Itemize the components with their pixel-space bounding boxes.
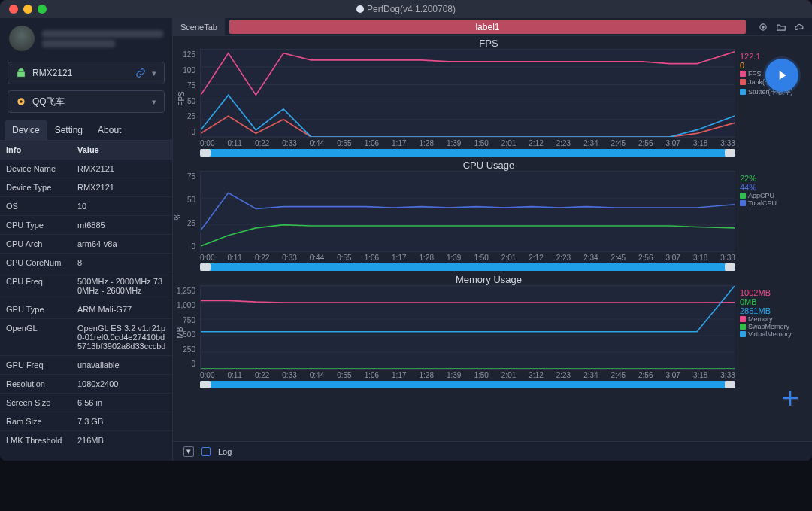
info-value: 7.3 GB (71, 412, 172, 430)
table-row: CPU Freq500MHz - 2000MHz 730MHz - 2600MH… (0, 272, 172, 300)
info-key: Screen Size (0, 394, 71, 412)
info-key: Ram Size (0, 412, 71, 430)
info-key: GPU Freq (0, 356, 71, 374)
memory-chart: Memory Usage MB 1,2501,0007505002500 100… (173, 274, 804, 391)
app-selector[interactable]: QQ飞车 ▾ (8, 90, 165, 113)
svg-point-1 (20, 100, 23, 103)
cpu-yaxis: 7550250 (173, 171, 200, 252)
mem-ylabel: MB (176, 327, 184, 339)
swap-val: 0MB (740, 297, 801, 306)
fps-xaxis: 0:000:110:220:330:440:551:061:171:281:39… (200, 138, 735, 149)
device-selector[interactable]: RMX2121 ▾ (8, 62, 165, 84)
info-key: OS (0, 197, 71, 215)
usersub-blur (42, 40, 115, 47)
info-key: LMK Threshold (0, 431, 71, 449)
table-row: Resolution1080x2400 (0, 374, 172, 393)
info-key: Device Type (0, 178, 71, 196)
mem-val: 1002MB (740, 288, 801, 297)
info-key: GPU Type (0, 300, 71, 318)
avatar[interactable] (9, 26, 35, 51)
info-value: RMX2121 (71, 178, 172, 196)
chevron-down-icon: ▾ (152, 97, 156, 107)
table-row: OpenGLOpenGL ES 3.2 v1.r21p0-01rel0.0cd4… (0, 318, 172, 355)
cpu-time-scroll[interactable] (200, 263, 735, 271)
mem-title: Memory Usage (173, 274, 804, 285)
cpu-title: CPU Usage (173, 160, 804, 171)
device-info-table: Info Value Device NameRMX2121Device Type… (0, 140, 172, 449)
svg-point-3 (762, 26, 764, 27)
cpu-chart: CPU Usage % 7550250 22% 44% AppCPUTotalC… (173, 160, 804, 274)
info-key: CPU Freq (0, 272, 71, 300)
table-row: GPU Frequnavailable (0, 355, 172, 374)
info-value: 216MB (71, 431, 172, 449)
info-value: 8 (71, 254, 172, 272)
username-blur (42, 30, 163, 38)
app-icon (16, 96, 26, 107)
mem-xaxis: 0:000:110:220:330:440:551:061:171:281:39… (200, 370, 735, 381)
log-label[interactable]: Log (218, 447, 232, 456)
mem-legend: 1002MB 0MB 2851MB MemorySwapMemoryVirtua… (735, 285, 804, 370)
scene-tab[interactable]: SceneTab (173, 18, 225, 35)
table-row: Ram Size7.3 GB (0, 412, 172, 430)
play-button[interactable] (765, 59, 798, 92)
cpu-app: 22% (740, 174, 801, 183)
fps-plot[interactable] (200, 49, 735, 138)
table-row: CPU CoreNum8 (0, 253, 172, 272)
user-row (0, 18, 172, 59)
info-value: ARM Mali-G77 (71, 300, 172, 318)
th-value: Value (71, 141, 172, 159)
info-key: CPU Type (0, 216, 71, 234)
link-icon (135, 68, 146, 78)
table-row: Screen Size6.56 in (0, 393, 172, 412)
table-row: OS10 (0, 196, 172, 215)
titlebar: PerfDog(v4.1.200708) (0, 0, 812, 18)
info-key: Resolution (0, 375, 71, 393)
virt-val: 2851MB (740, 306, 801, 315)
log-checkbox[interactable] (201, 447, 211, 456)
tab-setting[interactable]: Setting (47, 120, 90, 140)
fps-time-scroll[interactable] (200, 149, 735, 157)
info-key: CPU CoreNum (0, 254, 71, 272)
info-key: OpenGL (0, 319, 71, 355)
window-title: PerfDog(v4.1.200708) (0, 4, 812, 14)
fps-current: 122.1 (740, 52, 801, 61)
fps-chart: FPS FPS 1251007550250 122.1 0 FPSJank(卡顿… (173, 38, 804, 160)
app-selector-label: QQ飞车 (32, 96, 146, 108)
info-value: 6.56 in (71, 394, 172, 412)
locate-icon[interactable] (758, 22, 768, 32)
cpu-legend: 22% 44% AppCPUTotalCPU (735, 171, 804, 252)
fps-legend: 122.1 0 FPSJank(卡顿次数)Stutter(卡顿率) (735, 49, 804, 138)
tab-device[interactable]: Device (5, 120, 47, 140)
table-row: LMK Threshold216MB (0, 430, 172, 449)
side-tabs: Device Setting About (0, 116, 172, 140)
app-logo-icon (356, 5, 364, 13)
cpu-plot[interactable] (200, 171, 735, 252)
table-row: Device NameRMX2121 (0, 159, 172, 178)
cloud-icon[interactable] (794, 22, 804, 32)
info-key: Device Name (0, 160, 71, 178)
label-chip[interactable]: label1 (229, 20, 746, 34)
table-row: GPU TypeARM Mali-G77 (0, 300, 172, 318)
info-value: OpenGL ES 3.2 v1.r21p0-01rel0.0cd4e27410… (71, 319, 172, 355)
info-key: CPU Arch (0, 235, 71, 253)
table-row: Device TypeRMX2121 (0, 178, 172, 196)
collapse-icon[interactable]: ▾ (183, 446, 194, 457)
info-value: RMX2121 (71, 160, 172, 178)
info-value: 10 (71, 197, 172, 215)
footer: ▾ Log (173, 441, 812, 461)
folder-icon[interactable] (776, 22, 786, 32)
device-selector-label: RMX2121 (32, 68, 129, 78)
th-info: Info (0, 141, 71, 159)
info-value: mt6885 (71, 216, 172, 234)
info-value: 1080x2400 (71, 375, 172, 393)
info-value: 500MHz - 2000MHz 730MHz - 2600MHz (71, 272, 172, 300)
chevron-down-icon: ▾ (152, 68, 156, 78)
mem-plot[interactable] (200, 285, 735, 370)
fps-title: FPS (173, 38, 804, 49)
cpu-xaxis: 0:000:110:220:330:440:551:061:171:281:39… (200, 252, 735, 263)
add-chart-button[interactable] (779, 387, 801, 409)
fps-ylabel: FPS (177, 91, 186, 105)
tab-about[interactable]: About (90, 120, 129, 140)
cpu-ylabel: % (174, 214, 182, 221)
mem-time-scroll[interactable] (200, 381, 735, 388)
